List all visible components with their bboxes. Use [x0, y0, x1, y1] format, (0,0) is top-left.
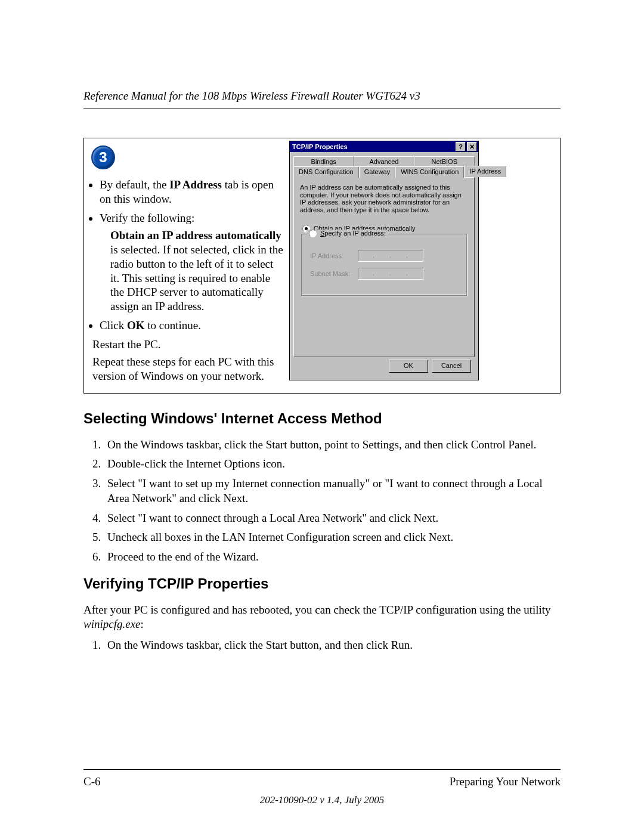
tab-wins[interactable]: WINS Configuration	[395, 166, 464, 178]
list-item: Select "I want to set up my Internet con…	[104, 476, 561, 506]
section-name: Preparing Your Network	[450, 775, 561, 788]
page-number: C-6	[83, 775, 101, 788]
step-bullet-3: Click OK to continue.	[100, 318, 283, 333]
dialog-titlebar[interactable]: TCP/IP Properties ? ✕	[290, 141, 478, 152]
step-number-badge: 3	[91, 145, 115, 169]
footer-rule	[83, 769, 561, 770]
tab-row-2: DNS Configuration Gateway WINS Configura…	[293, 166, 475, 177]
access-method-steps: On the Windows taskbar, click the Start …	[83, 438, 561, 565]
dialog-help-text: An IP address can be automatically assig…	[300, 184, 468, 214]
step-bullet-1: By default, the IP Address tab is open o…	[100, 178, 283, 206]
tab-advanced[interactable]: Advanced	[354, 156, 414, 166]
ok-button[interactable]: OK	[389, 360, 428, 373]
tab-panel-ip: An IP address can be automatically assig…	[293, 177, 475, 357]
list-item: Select "I want to connect through a Loca…	[104, 511, 561, 526]
tab-dns[interactable]: DNS Configuration	[293, 166, 359, 178]
ip-address-label: IP Address:	[310, 252, 358, 259]
step-bullet-2-detail: Obtain an IP address automatically is se…	[110, 228, 283, 314]
running-header: Reference Manual for the 108 Mbps Wirele…	[83, 89, 561, 109]
tab-row-1: Bindings Advanced NetBIOS	[293, 156, 475, 166]
specify-ip-group: Specify an IP address: IP Address: . . .	[301, 234, 467, 296]
list-item: Proceed to the end of the Wizard.	[104, 550, 561, 565]
list-item: On the Windows taskbar, click the Start …	[104, 638, 561, 653]
tcpip-properties-dialog: TCP/IP Properties ? ✕ Bindings Advanced …	[289, 141, 479, 380]
step-restart: Restart the PC.	[92, 337, 283, 352]
tab-netbios[interactable]: NetBIOS	[414, 156, 475, 166]
close-button[interactable]: ✕	[467, 142, 477, 151]
subnet-mask-label: Subnet Mask:	[310, 270, 358, 277]
cancel-button[interactable]: Cancel	[432, 360, 471, 373]
section-heading-verify-tcpip: Verifying TCP/IP Properties	[83, 575, 561, 592]
step-repeat: Repeat these steps for each PC with this…	[92, 355, 283, 383]
radio-specify-label[interactable]: Specify an IP address:	[320, 230, 386, 237]
dialog-title: TCP/IP Properties	[292, 143, 348, 150]
radio-icon	[309, 230, 317, 237]
tab-gateway[interactable]: Gateway	[359, 166, 395, 178]
list-item: Uncheck all boxes in the LAN Internet Co…	[104, 530, 561, 545]
help-button[interactable]: ?	[456, 142, 466, 151]
list-item: On the Windows taskbar, click the Start …	[104, 438, 561, 453]
verify-intro: After your PC is configured and has rebo…	[83, 603, 561, 632]
subnet-mask-input[interactable]: . . .	[358, 268, 423, 280]
verify-steps: On the Windows taskbar, click the Start …	[83, 638, 561, 653]
section-heading-access-method: Selecting Windows' Internet Access Metho…	[83, 410, 561, 427]
doc-version: 202-10090-02 v 1.4, July 2005	[0, 794, 644, 806]
tab-ip-address[interactable]: IP Address	[464, 166, 506, 177]
step-bullet-2: Verify the following: Obtain an IP addre…	[100, 211, 283, 314]
list-item: Double-click the Internet Options icon.	[104, 457, 561, 472]
step-3-text: 3 By default, the IP Address tab is open…	[84, 138, 287, 393]
ip-address-input[interactable]: . . .	[358, 250, 423, 262]
tab-bindings[interactable]: Bindings	[293, 156, 354, 166]
step-3-box: 3 By default, the IP Address tab is open…	[83, 138, 561, 394]
